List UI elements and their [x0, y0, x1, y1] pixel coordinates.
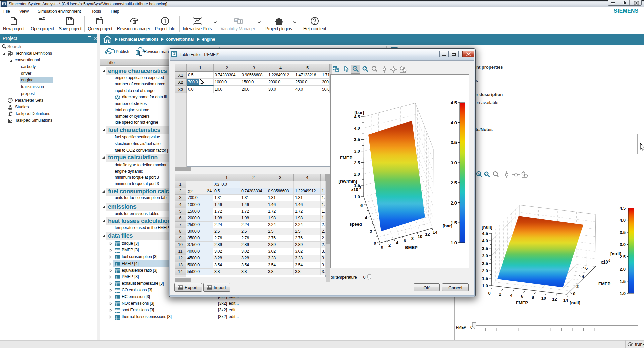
svg-text:A: A — [354, 67, 356, 70]
svg-text:4.5: 4.5 — [354, 114, 360, 119]
svg-text:4.0: 4.0 — [354, 126, 360, 131]
svg-text:4: 4 — [396, 240, 398, 245]
svg-text:6: 6 — [404, 238, 406, 243]
svg-text:4.0: 4.0 — [482, 238, 488, 243]
svg-text:[null]: [null] — [482, 225, 492, 230]
svg-text:1.0: 1.0 — [482, 283, 488, 288]
svg-text:3.5: 3.5 — [620, 230, 626, 235]
svg-text:4.0: 4.0 — [620, 218, 626, 223]
svg-text:14: 14 — [433, 230, 438, 235]
svg-text:2.5: 2.5 — [451, 180, 457, 185]
svg-text:3: 3 — [608, 258, 610, 262]
svg-text:0: 0 — [573, 291, 575, 296]
svg-text:1.0: 1.0 — [451, 240, 457, 245]
svg-text:4.5: 4.5 — [482, 231, 488, 236]
svg-text:8: 8 — [532, 295, 534, 300]
svg-text:2: 2 — [499, 292, 501, 297]
svg-text:3.0: 3.0 — [451, 160, 457, 165]
svg-text:0: 0 — [374, 241, 376, 246]
svg-text:4: 4 — [582, 274, 584, 279]
svg-text:2.5: 2.5 — [482, 261, 488, 266]
svg-text:10: 10 — [541, 296, 546, 301]
svg-text:1.5: 1.5 — [482, 276, 488, 281]
svg-text:BMEP: BMEP — [405, 245, 418, 250]
svg-text:8: 8 — [411, 236, 414, 241]
svg-text:[null]: [null] — [570, 300, 580, 305]
svg-text:10: 10 — [418, 234, 422, 239]
svg-text:3.5: 3.5 — [482, 246, 488, 251]
svg-text:FMEP: FMEP — [598, 281, 610, 286]
svg-text:[rev/min]: [rev/min] — [339, 179, 357, 184]
svg-text:3.0: 3.0 — [482, 253, 488, 258]
svg-text:1.5: 1.5 — [451, 220, 457, 225]
svg-text:3.5: 3.5 — [451, 140, 457, 145]
svg-text:6: 6 — [360, 203, 363, 208]
svg-text:4.0: 4.0 — [451, 120, 457, 125]
svg-text:x10: x10 — [601, 259, 608, 265]
svg-text:4: 4 — [510, 293, 513, 298]
svg-text:1.5: 1.5 — [620, 279, 626, 284]
svg-text:2: 2 — [576, 284, 579, 289]
svg-text:1.0: 1.0 — [620, 291, 626, 296]
svg-text:4.5: 4.5 — [451, 100, 457, 105]
svg-text:FMEP: FMEP — [340, 155, 352, 160]
svg-text:2.0: 2.0 — [354, 172, 360, 177]
svg-text:2.0: 2.0 — [620, 267, 626, 272]
svg-text:3.0: 3.0 — [354, 149, 360, 154]
svg-text:A: A — [478, 172, 480, 175]
svg-text:4.5: 4.5 — [620, 207, 626, 211]
svg-text:6: 6 — [521, 294, 523, 299]
svg-text:4: 4 — [365, 215, 367, 220]
svg-text:(x): (x) — [235, 19, 238, 21]
svg-text:14: 14 — [563, 298, 568, 303]
svg-text:2.0: 2.0 — [482, 268, 488, 273]
svg-text:12: 12 — [552, 297, 557, 302]
svg-text:6: 6 — [585, 266, 588, 271]
svg-text:1.0: 1.0 — [354, 194, 360, 199]
svg-text:12: 12 — [425, 232, 430, 237]
svg-text:2.0: 2.0 — [451, 200, 457, 206]
svg-text:2.5: 2.5 — [620, 254, 626, 259]
svg-text:3: 3 — [359, 186, 361, 190]
svg-text:0: 0 — [381, 245, 383, 250]
svg-text:3.5: 3.5 — [354, 137, 360, 142]
svg-text:2: 2 — [370, 229, 372, 234]
svg-text:2: 2 — [388, 243, 391, 248]
svg-text:2.5: 2.5 — [354, 160, 360, 165]
svg-text:x10: x10 — [351, 187, 358, 192]
svg-text:0: 0 — [488, 291, 490, 296]
svg-text:[bar]: [bar] — [355, 110, 364, 115]
svg-text:speed: speed — [349, 222, 362, 227]
svg-text:FMEP: FMEP — [516, 300, 528, 305]
svg-text:3.0: 3.0 — [620, 242, 626, 247]
